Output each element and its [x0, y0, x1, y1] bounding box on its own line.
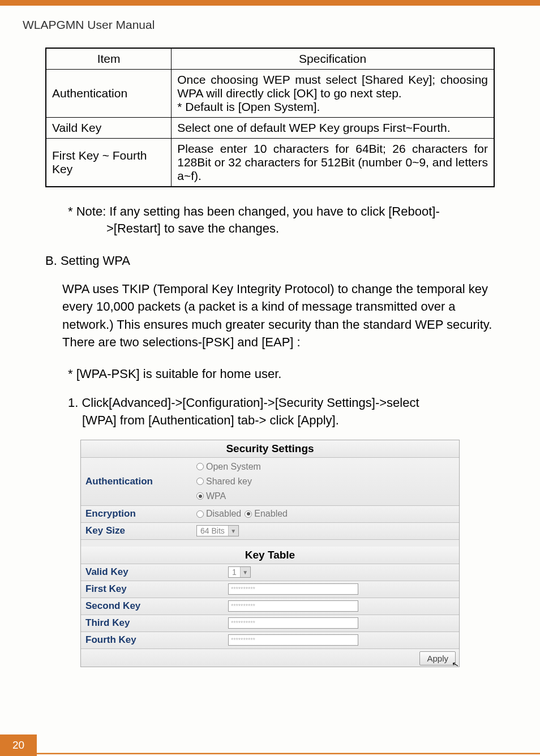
cell-item: Vaild Key: [46, 118, 172, 139]
note-line1: * Note: If any setting has been changed,…: [68, 203, 495, 220]
section-b-body: WPA uses TKIP (Temporal Key Integrity Pr…: [62, 280, 495, 351]
cell-spec: Please enter 10 characters for 64Bit; 26…: [172, 139, 494, 187]
auth-label: Authentication: [81, 474, 194, 489]
cell-spec: Once choosing WEP must select [Shared Ke…: [172, 70, 494, 118]
encryption-disabled[interactable]: Disabled: [196, 509, 241, 519]
auth-options: Open System Shared key WPA: [194, 458, 459, 505]
radio-icon: [245, 510, 252, 518]
auth-wpa-label: WPA: [206, 491, 226, 501]
radio-icon: [196, 463, 204, 470]
auth-wpa[interactable]: WPA: [196, 491, 226, 501]
step-1-line2: [WPA] from [Authentication] tab-> click …: [82, 412, 495, 429]
chevron-down-icon: ▼: [228, 526, 238, 536]
manual-title: WLAPGMN User Manual: [0, 6, 540, 36]
encryption-label: Encryption: [81, 506, 194, 522]
cell-spec: Select one of default WEP Key groups Fir…: [172, 118, 494, 139]
bullet-psk: * [WPA-PSK] is suitable for home user.: [68, 366, 495, 383]
auth-shared-key[interactable]: Shared key: [196, 476, 252, 487]
table-row: Vaild Key Select one of default WEP Key …: [46, 118, 494, 139]
top-accent-bar: [0, 0, 540, 6]
step-1: 1. Click[Advanced]->[Configuration]->[Se…: [68, 394, 495, 429]
page-number: 20: [0, 734, 37, 756]
second-key-input[interactable]: **********: [228, 600, 358, 612]
radio-icon: [196, 510, 204, 518]
validkey-select[interactable]: 1 ▼: [228, 566, 251, 578]
cell-item: First Key ~ Fourth Key: [46, 139, 172, 187]
security-settings-panel: Security Settings Authentication Open Sy…: [80, 440, 460, 667]
keysize-label: Key Size: [81, 523, 194, 539]
panel-spacer: [81, 540, 459, 547]
spec-table: Item Specification Authentication Once c…: [45, 48, 495, 187]
third-key-input[interactable]: **********: [228, 617, 358, 629]
radio-icon: [196, 492, 204, 500]
note-block: * Note: If any setting has been changed,…: [68, 203, 495, 237]
third-key-label: Third Key: [81, 615, 194, 631]
first-key-input[interactable]: **********: [228, 583, 358, 595]
second-key-label: Second Key: [81, 598, 194, 614]
key-table-title: Key Table: [81, 547, 459, 564]
security-settings-title: Security Settings: [81, 440, 459, 458]
table-row: Authentication Once choosing WEP must se…: [46, 70, 494, 118]
section-b-title: B. Setting WPA: [45, 252, 495, 270]
fourth-key-input[interactable]: **********: [228, 634, 358, 646]
encryption-options: Disabled Enabled: [194, 506, 459, 522]
encryption-enabled[interactable]: Enabled: [245, 509, 288, 519]
auth-shared-label: Shared key: [206, 476, 252, 487]
apply-button[interactable]: Apply: [419, 651, 456, 665]
th-spec: Specification: [172, 48, 494, 70]
chevron-down-icon: ▼: [240, 567, 250, 577]
footer-accent-line: [37, 753, 540, 754]
validkey-value: 1: [229, 568, 240, 577]
table-row: First Key ~ Fourth Key Please enter 10 c…: [46, 139, 494, 187]
step-1-line1: 1. Click[Advanced]->[Configuration]->[Se…: [68, 394, 495, 412]
auth-open-label: Open System: [206, 462, 261, 472]
keysize-select[interactable]: 64 Bits ▼: [196, 525, 239, 536]
first-key-label: First Key: [81, 581, 194, 597]
auth-open-system[interactable]: Open System: [196, 462, 261, 472]
encryption-disabled-label: Disabled: [206, 509, 241, 519]
note-line2: >[Restart] to save the changes.: [106, 220, 495, 237]
th-item: Item: [46, 48, 172, 70]
cursor-icon: ↖: [451, 659, 460, 669]
validkey-label: Valid Key: [81, 564, 194, 580]
encryption-enabled-label: Enabled: [254, 509, 288, 519]
page-footer: 20: [0, 734, 540, 756]
fourth-key-label: Fourth Key: [81, 632, 194, 648]
cell-item: Authentication: [46, 70, 172, 118]
keysize-value: 64 Bits: [197, 526, 228, 535]
radio-icon: [196, 478, 204, 485]
